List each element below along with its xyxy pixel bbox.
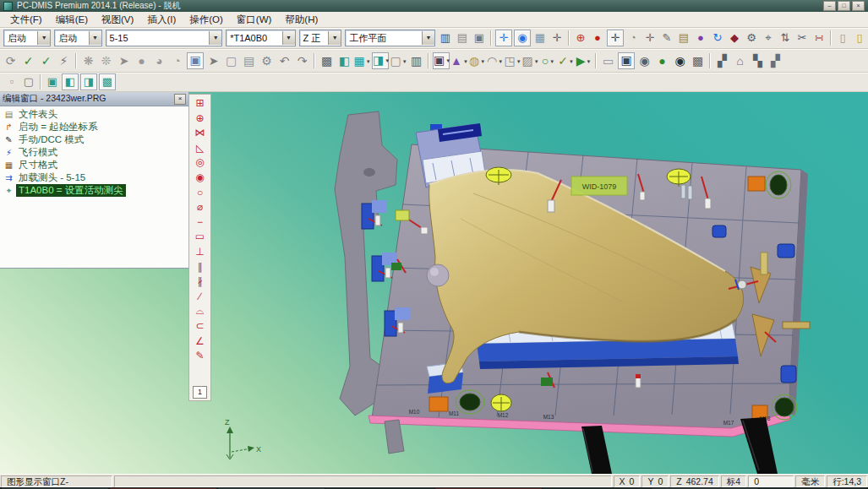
toolbar-icon-39[interactable]: ● (653, 52, 671, 70)
dimension-icon-7[interactable]: ⌀ (192, 200, 209, 215)
dimension-icon-14[interactable]: ⌓ (192, 304, 209, 319)
toolbar-page-number[interactable]: 1 (193, 386, 207, 399)
chevron-down-icon[interactable]: ▼ (282, 31, 295, 45)
toolbar-icon-38[interactable]: ◉ (636, 52, 653, 70)
dimension-icon-13[interactable]: ∕ (192, 290, 209, 305)
edit-window-item-4[interactable]: ▦尺寸格式 (2, 159, 188, 171)
toolbar-icon-0[interactable]: ▥ (437, 30, 454, 46)
chevron-down-icon[interactable]: ▼ (328, 31, 341, 45)
toolbar-icon-26[interactable]: ▣▼ (433, 52, 450, 69)
toolbar-icon-2[interactable]: ✓ (37, 52, 55, 70)
workplane-label-dropdown[interactable]: 工作平面▼ (345, 30, 435, 46)
minimize-button[interactable]: – (823, 1, 836, 11)
toolbar-icon-5[interactable]: ◉ (514, 30, 531, 46)
toolbar-icon-6[interactable]: ❊ (97, 52, 115, 70)
dimension-icon-8[interactable]: − (192, 215, 209, 231)
toolbar-icon-33[interactable]: ✓▼ (557, 52, 575, 70)
dimension-icon-4[interactable]: ◎ (192, 155, 209, 171)
toolbar-icon-5[interactable]: ❋ (79, 52, 97, 70)
toolbar-icon-12[interactable]: ➤ (205, 52, 222, 70)
edit-window-body[interactable]: ▤文件表头↱启动 = 起始坐标系✎手动/DCC 模式⚡飞行模式▦尺寸格式⇉加载测… (0, 106, 188, 197)
edit-window-titlebar[interactable]: 编辑窗口 - 23423wer.PRG × (0, 92, 188, 106)
toolbar-icon-1[interactable]: ▤ (454, 30, 471, 46)
toolbar-icon-34[interactable]: ▶▼ (575, 52, 592, 70)
toolbar-icon-40[interactable]: ◉ (671, 52, 689, 70)
toolbar-icon-19[interactable]: ▩ (318, 52, 336, 70)
toolbar-icon-46[interactable]: ▞ (767, 52, 784, 70)
chevron-down-icon[interactable]: ▼ (209, 31, 221, 45)
toolbar-icon-45[interactable]: ▚ (749, 52, 767, 70)
active-alignment-dropdown[interactable]: 启动▼ (54, 30, 101, 46)
dimension-icon-10[interactable]: ⊥ (192, 245, 209, 260)
dimension-icon-17[interactable]: ✎ (192, 349, 209, 364)
menu-item-2[interactable]: 视图(V) (95, 13, 140, 27)
toolbar-icon-16[interactable]: ● (692, 30, 709, 46)
toolbar-icon-28[interactable]: ◍▼ (468, 52, 486, 70)
toolbar-icon-15[interactable]: ⚙ (258, 52, 276, 70)
toolbar-icon-37[interactable]: ▣ (618, 52, 635, 69)
toolbar-icon-26[interactable]: ▯ (851, 30, 868, 46)
toolbar-icon-1[interactable]: ✓ (19, 52, 37, 70)
toolbar-icon-31[interactable]: ▨▼ (521, 52, 539, 70)
toolbar-icon-32[interactable]: ○▼ (539, 52, 557, 70)
toolbar-icon-16[interactable]: ↶ (276, 52, 293, 70)
toolbar-icon-9[interactable]: ⊕ (572, 30, 589, 46)
toolbar-icon-22[interactable]: ✂ (794, 30, 811, 46)
toolbar-icon-9[interactable]: ◕ (150, 52, 168, 70)
toolbar-icon-21[interactable]: ▦▼ (353, 52, 371, 70)
close-button[interactable]: × (852, 1, 865, 11)
toolbar-icon-14[interactable]: ▤ (240, 52, 258, 70)
toolbar-icon-7[interactable]: ➤ (115, 52, 133, 70)
toolbar-icon-29[interactable]: ◠▼ (486, 52, 504, 70)
toolbar-icon-6[interactable]: ▩ (99, 73, 116, 90)
toolbar-icon-22[interactable]: ◨▼ (372, 52, 389, 69)
close-icon[interactable]: × (174, 94, 186, 105)
toolbar-icon-13[interactable]: ✛ (641, 30, 658, 46)
edit-window-item-5[interactable]: ⇉加载测头 - 5-15 (2, 171, 188, 184)
maximize-button[interactable]: □ (838, 1, 850, 11)
toolbar-icon-21[interactable]: ⇅ (777, 30, 794, 46)
toolbar-icon-17[interactable]: ↻ (709, 30, 726, 46)
toolbar-icon-18[interactable]: ◆ (726, 30, 743, 46)
toolbar-icon-13[interactable]: ▢ (222, 52, 240, 70)
edit-window-item-1[interactable]: ↱启动 = 起始坐标系 (2, 121, 188, 133)
dimension-icon-11[interactable]: ∥ (192, 260, 209, 275)
menu-item-3[interactable]: 插入(I) (140, 13, 183, 27)
menu-item-4[interactable]: 操作(O) (183, 13, 230, 27)
edit-window-item-3[interactable]: ⚡飞行模式 (2, 146, 188, 159)
toolbar-icon-0[interactable]: ⟳ (2, 52, 19, 70)
dimension-icon-5[interactable]: ◉ (192, 171, 209, 186)
toolbar-icon-23[interactable]: ▢▼ (390, 52, 407, 70)
toolbar-icon-3[interactable]: ▣ (44, 73, 61, 90)
dimension-icon-6[interactable]: ○ (192, 186, 209, 201)
chevron-down-icon[interactable]: ▼ (89, 31, 101, 45)
toolbar-icon-1[interactable]: ▢ (20, 73, 37, 90)
toolbar-icon-4[interactable]: ✛ (495, 30, 512, 46)
toolbar-icon-20[interactable]: ⌖ (760, 30, 777, 46)
toolbar-icon-20[interactable]: ◧ (336, 52, 353, 70)
alignment-dropdown[interactable]: 启动▼ (3, 30, 51, 46)
menu-item-5[interactable]: 窗口(W) (230, 13, 279, 27)
probe-tip-dropdown[interactable]: *T1A0B0▼ (226, 30, 295, 46)
menu-item-1[interactable]: 编辑(E) (49, 13, 95, 27)
toolbar-icon-6[interactable]: ▦ (532, 30, 549, 46)
chevron-down-icon[interactable]: ▼ (37, 31, 50, 45)
toolbar-icon-36[interactable]: ▭ (599, 52, 617, 70)
chevron-down-icon[interactable]: ▼ (422, 31, 434, 45)
probe-file-dropdown[interactable]: 5-15▼ (106, 30, 223, 46)
toolbar-icon-41[interactable]: ▩ (689, 52, 707, 70)
toolbar-icon-24[interactable]: ▥ (407, 52, 425, 70)
toolbar-icon-43[interactable]: ▞ (713, 52, 731, 70)
toolbar-icon-19[interactable]: ⚙ (743, 30, 760, 46)
workplane-dropdown[interactable]: Z 正▼ (299, 30, 342, 46)
dimension-icon-15[interactable]: ⊂ (192, 319, 209, 334)
dimension-icon-1[interactable]: ⊕ (192, 111, 209, 127)
toolbar-icon-17[interactable]: ↷ (293, 52, 311, 70)
toolbar-icon-5[interactable]: ◨ (80, 73, 97, 90)
toolbar-icon-25[interactable]: ▯ (834, 30, 851, 46)
dimension-icon-3[interactable]: ◺ (192, 141, 209, 156)
menu-item-6[interactable]: 帮助(H) (278, 13, 325, 27)
toolbar-icon-12[interactable]: ◔ (625, 30, 641, 46)
toolbar-icon-4[interactable]: ◧ (62, 73, 79, 90)
toolbar-icon-15[interactable]: ▤ (675, 30, 692, 46)
